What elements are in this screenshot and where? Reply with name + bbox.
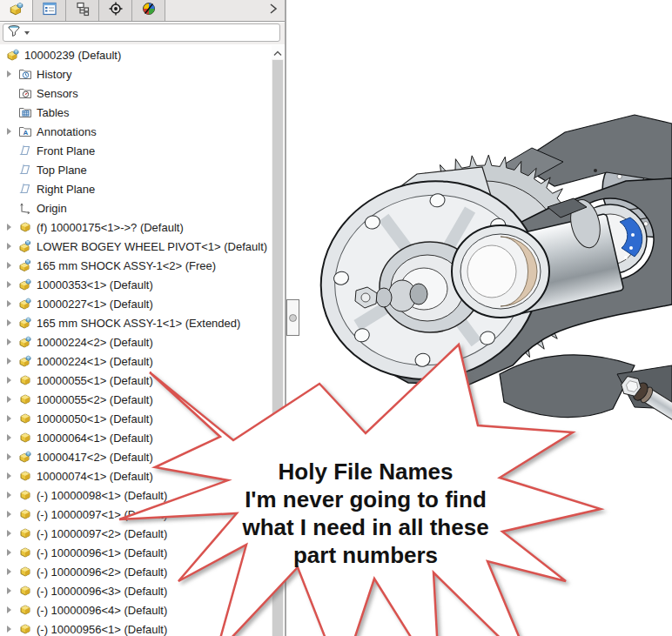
tree-item[interactable]: AAnnotations bbox=[0, 122, 271, 141]
tab-dimxpert-manager[interactable] bbox=[99, 0, 132, 21]
expand-arrow-icon bbox=[3, 198, 15, 218]
tree-item-label: (-) 10000096<1> (Default) bbox=[37, 546, 167, 559]
expand-arrow-icon[interactable] bbox=[3, 524, 15, 543]
panel-splitter-handle[interactable] bbox=[286, 299, 299, 336]
tab-feature-tree[interactable] bbox=[0, 0, 33, 21]
property-manager-icon bbox=[42, 1, 57, 20]
tree-item[interactable]: (-) 10000096<4> (Default) bbox=[0, 600, 271, 619]
tree-item[interactable]: History bbox=[0, 64, 271, 84]
tab-property-manager[interactable] bbox=[33, 0, 66, 21]
expand-arrow-icon[interactable] bbox=[3, 600, 15, 619]
expand-arrow-icon[interactable] bbox=[3, 409, 15, 428]
plane-icon bbox=[17, 163, 32, 177]
expand-arrow-icon bbox=[3, 141, 15, 160]
part-icon bbox=[17, 584, 32, 599]
tree-item[interactable]: (-) 10000098<1> (Default) bbox=[0, 485, 271, 505]
tree-item[interactable]: (-) 10000096<2> (Default) bbox=[0, 562, 271, 581]
tab-overflow-button[interactable] bbox=[262, 0, 285, 21]
expand-arrow-icon[interactable] bbox=[3, 218, 15, 237]
expand-arrow-icon[interactable] bbox=[3, 275, 15, 294]
filter-bar bbox=[0, 23, 285, 44]
tree-root-item[interactable]: 10000239 (Default) bbox=[0, 45, 271, 64]
expand-arrow-icon[interactable] bbox=[3, 294, 15, 313]
filter-funnel-icon bbox=[7, 24, 21, 42]
tree-item-label: (-) 10000097<1> (Default) bbox=[37, 508, 167, 521]
tree-item[interactable]: 10000074<1> (Default) bbox=[0, 466, 271, 485]
tree-item[interactable]: (-) 10000096<1> (Default) bbox=[0, 543, 271, 562]
dimxpert-manager-icon bbox=[108, 1, 124, 20]
folder-annotations-icon: A bbox=[17, 124, 32, 139]
expand-arrow-icon[interactable] bbox=[3, 122, 15, 141]
tree-item-label: 10000227<1> (Default) bbox=[37, 298, 153, 311]
tree-item[interactable]: 165 mm SHOCK ASSY-1<2> (Free) bbox=[0, 256, 271, 275]
tree-item[interactable]: (-) 10000097<1> (Default) bbox=[0, 505, 271, 524]
part-icon bbox=[17, 526, 32, 541]
expand-arrow-icon[interactable] bbox=[3, 581, 15, 600]
scrollbar-up-button[interactable] bbox=[272, 45, 284, 59]
expand-arrow-icon[interactable] bbox=[3, 351, 15, 371]
tree-item[interactable]: 165 mm SHOCK ASSY-1<1> (Extended) bbox=[0, 313, 271, 332]
tree-item[interactable]: (f) 10000175<1>->? (Default) bbox=[0, 218, 271, 237]
expand-arrow-icon bbox=[3, 179, 15, 198]
tree-item[interactable]: 10000064<1> (Default) bbox=[0, 428, 271, 447]
tree-item[interactable]: LOWER BOGEY WHEEL PIVOT<1> (Default) bbox=[0, 237, 271, 256]
tree-item-label: (-) 10000096<2> (Default) bbox=[37, 566, 167, 579]
graphics-viewport[interactable] bbox=[286, 0, 672, 636]
expand-arrow-icon[interactable] bbox=[3, 485, 15, 505]
tree-item-label: (-) 10000096<3> (Default) bbox=[37, 585, 167, 598]
tree-item[interactable]: Right Plane bbox=[0, 179, 271, 198]
plane-icon bbox=[17, 182, 32, 197]
tree-item[interactable]: Front Plane bbox=[0, 141, 271, 160]
tree-item[interactable]: (-) 10000956<1> (Default) bbox=[0, 619, 271, 636]
tab-display-manager[interactable] bbox=[132, 0, 165, 21]
scrollbar-thumb[interactable] bbox=[272, 60, 283, 636]
assembly-icon bbox=[17, 335, 32, 350]
tree-item-label: 10000224<1> (Default) bbox=[37, 355, 153, 368]
tree-item[interactable]: 10000224<2> (Default) bbox=[0, 332, 271, 351]
expand-arrow-icon[interactable] bbox=[3, 619, 15, 636]
manager-tab-bar bbox=[0, 0, 285, 22]
expand-arrow-icon[interactable] bbox=[3, 543, 15, 562]
assembly-icon bbox=[17, 354, 32, 369]
flexible-assembly-icon bbox=[17, 258, 32, 273]
expand-arrow-icon[interactable] bbox=[3, 237, 15, 256]
tree-item-label: 10000224<2> (Default) bbox=[37, 336, 153, 349]
expand-arrow-icon[interactable] bbox=[3, 466, 15, 485]
expand-arrow-icon[interactable] bbox=[3, 428, 15, 447]
tree-item[interactable]: 10000055<1> (Default) bbox=[0, 371, 271, 390]
expand-arrow-icon[interactable] bbox=[3, 371, 15, 390]
part-icon bbox=[17, 565, 32, 579]
tree-item[interactable]: 10000417<2> (Default) bbox=[0, 447, 271, 466]
tree-item[interactable]: Top Plane bbox=[0, 160, 271, 179]
part-icon bbox=[17, 220, 32, 235]
expand-arrow-icon[interactable] bbox=[3, 505, 15, 524]
tree-item[interactable]: 10000050<1> (Default) bbox=[0, 409, 271, 428]
tree-item-label: 10000239 (Default) bbox=[24, 49, 121, 62]
tree-item[interactable]: (-) 10000096<3> (Default) bbox=[0, 581, 271, 600]
tree-filter-input[interactable] bbox=[3, 23, 280, 42]
assembly-icon bbox=[17, 297, 32, 311]
tree-item[interactable]: Origin bbox=[0, 198, 271, 218]
plane-icon bbox=[17, 144, 32, 158]
tab-configuration-manager[interactable] bbox=[66, 0, 99, 21]
expand-arrow-icon[interactable] bbox=[3, 332, 15, 351]
expand-arrow-icon[interactable] bbox=[3, 313, 15, 332]
expand-arrow-icon[interactable] bbox=[3, 447, 15, 466]
expand-arrow-icon[interactable] bbox=[3, 64, 15, 84]
expand-arrow-icon[interactable] bbox=[3, 562, 15, 581]
tree-item[interactable]: 10000353<1> (Default) bbox=[0, 275, 271, 294]
expand-arrow-icon[interactable] bbox=[3, 390, 15, 409]
tree-item[interactable]: 10000224<1> (Default) bbox=[0, 351, 271, 371]
part-icon bbox=[17, 546, 32, 560]
tree-scrollbar[interactable] bbox=[272, 45, 284, 636]
expand-arrow-icon[interactable] bbox=[3, 256, 15, 275]
tree-item[interactable]: 10000055<2> (Default) bbox=[0, 390, 271, 409]
tree-item[interactable]: Sensors bbox=[0, 84, 271, 103]
folder-tables-icon bbox=[17, 105, 32, 120]
tree-item-label: Right Plane bbox=[37, 183, 95, 196]
tree-item[interactable]: Tables bbox=[0, 103, 271, 122]
feature-tree-icon bbox=[9, 1, 24, 20]
configuration-manager-icon bbox=[75, 1, 91, 20]
tree-item[interactable]: (-) 10000097<2> (Default) bbox=[0, 524, 271, 543]
tree-item[interactable]: 10000227<1> (Default) bbox=[0, 294, 271, 313]
